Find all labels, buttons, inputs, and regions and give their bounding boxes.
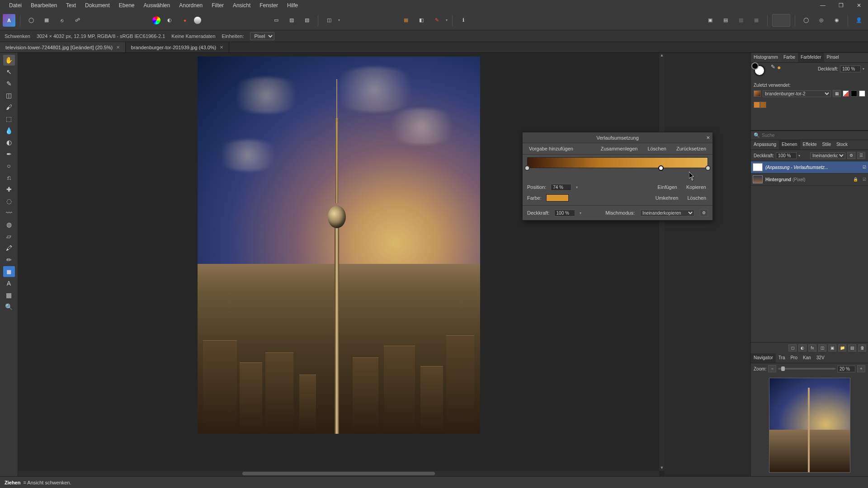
dialog-titlebar[interactable]: Verlaufsumsetzung × bbox=[523, 132, 712, 143]
info-icon[interactable]: ℹ bbox=[457, 14, 470, 27]
swatch-orange[interactable] bbox=[754, 102, 760, 108]
sponge-tool[interactable]: ◍ bbox=[3, 219, 15, 230]
tab-tra[interactable]: Tra bbox=[776, 353, 788, 363]
layer-item-adjustment[interactable]: (Anpassung - Verlaufsumsetz... ☑ bbox=[751, 161, 868, 174]
dodge-tool[interactable]: ○ bbox=[3, 160, 15, 171]
units-dropdown[interactable]: Pixel bbox=[250, 32, 274, 40]
reset-button[interactable]: Zurücksetzen bbox=[675, 145, 708, 152]
menu-auswaehlen[interactable]: Auswählen bbox=[139, 0, 175, 10]
swatch-dot-icon[interactable]: ● bbox=[777, 64, 781, 71]
layer-item-background[interactable]: Hintergrund (Pixel) 🔒 ☑ bbox=[751, 174, 868, 186]
close-tab-icon[interactable]: × bbox=[116, 44, 120, 51]
menu-text[interactable]: Text bbox=[61, 0, 80, 10]
adjustment-color-icon[interactable]: ● bbox=[179, 14, 191, 27]
menu-anordnen[interactable]: Anordnen bbox=[175, 0, 207, 10]
gradient-stop-74[interactable] bbox=[658, 165, 664, 171]
position-value[interactable]: 74 % bbox=[551, 184, 571, 191]
zoom-value[interactable]: 20 % bbox=[837, 366, 855, 372]
copy-button[interactable]: Kopieren bbox=[684, 183, 708, 191]
stack-icon[interactable]: ▣ bbox=[704, 14, 717, 27]
horizontal-scrollbar[interactable] bbox=[18, 471, 659, 476]
crop-icon[interactable]: ◫ bbox=[323, 14, 335, 27]
adjustment-gradient-icon[interactable] bbox=[194, 17, 201, 24]
maximize-button[interactable]: ❐ bbox=[832, 0, 850, 10]
close-tab-icon[interactable]: × bbox=[220, 44, 223, 51]
menu-dokument[interactable]: Dokument bbox=[80, 0, 114, 10]
color-picker-tool[interactable]: ✎ bbox=[3, 78, 15, 89]
crop-layer-icon[interactable]: ◫ bbox=[818, 344, 826, 352]
gradient-editor[interactable] bbox=[527, 157, 708, 179]
document-tab-2[interactable]: brandenburger-tor-201939.jpg (43.0%) × bbox=[126, 42, 229, 52]
dialog-opacity-value[interactable]: 100 % bbox=[554, 210, 575, 216]
persona-export-icon[interactable]: ☍ bbox=[71, 14, 84, 27]
menu-ansicht[interactable]: Ansicht bbox=[228, 0, 255, 10]
pencil-tool[interactable]: ✏ bbox=[3, 254, 15, 265]
navigator-preview[interactable] bbox=[769, 378, 850, 473]
chevron-down-icon[interactable]: ▾ bbox=[580, 211, 581, 215]
menu-ebene[interactable]: Ebene bbox=[114, 0, 139, 10]
add-layer-icon[interactable]: ▤ bbox=[848, 344, 856, 352]
mask-icon[interactable]: ◻ bbox=[788, 344, 797, 352]
gradient-stop-0[interactable] bbox=[524, 165, 530, 171]
menu-fenster[interactable]: Fenster bbox=[255, 0, 283, 10]
chevron-down-icon[interactable]: ▾ bbox=[576, 185, 578, 189]
tab-navigator[interactable]: Navigator bbox=[751, 353, 776, 363]
swatch-brown[interactable] bbox=[760, 102, 766, 108]
delete-stop-button[interactable]: Löschen bbox=[685, 194, 708, 202]
tab-pro[interactable]: Pro bbox=[788, 353, 800, 363]
chevron-down-icon[interactable]: ▾ bbox=[798, 154, 800, 158]
gear-icon[interactable]: ⚙ bbox=[700, 209, 708, 216]
clone-tool[interactable]: ⎌ bbox=[3, 172, 15, 183]
flood-tool[interactable]: 💧 bbox=[3, 125, 15, 136]
preset-swatch-3[interactable] bbox=[859, 90, 865, 97]
eyedropper-icon[interactable]: ✎ bbox=[771, 64, 775, 71]
preset-grid-icon[interactable]: ▦ bbox=[833, 90, 841, 97]
tab-pinsel[interactable]: Pinsel bbox=[824, 53, 842, 62]
search-input[interactable] bbox=[762, 133, 865, 138]
menu-icon[interactable]: ☰ bbox=[857, 152, 865, 159]
gradient-map-dialog[interactable]: Verlaufsumsetzung × Vorgabe hinzufügen Z… bbox=[522, 132, 713, 221]
menu-datei[interactable]: Datei bbox=[5, 0, 26, 10]
invert-button[interactable]: Umkehren bbox=[654, 194, 680, 202]
menu-filter[interactable]: Filter bbox=[207, 0, 228, 10]
stack-add-icon[interactable]: ▤ bbox=[719, 14, 732, 27]
blend-mode-dropdown[interactable]: Ineinanderkopieren bbox=[640, 210, 694, 216]
tab-farbe[interactable]: Farbe bbox=[781, 53, 798, 62]
canvas-viewport[interactable] bbox=[18, 53, 659, 471]
grid-icon[interactable]: ▦ bbox=[400, 14, 412, 27]
lock-icon[interactable]: 🔒 bbox=[853, 177, 858, 182]
app-logo-icon[interactable]: A bbox=[3, 14, 15, 27]
delete-button[interactable]: Löschen bbox=[646, 145, 668, 152]
visibility-checkbox[interactable]: ☑ bbox=[863, 177, 866, 182]
pencil-tool-icon[interactable]: ✎ bbox=[430, 14, 443, 27]
crop-tool[interactable]: ◫ bbox=[3, 90, 15, 101]
selection-auto-icon[interactable]: ▧ bbox=[301, 14, 313, 27]
adjust-icon[interactable]: ◐ bbox=[798, 344, 807, 352]
chevron-down-icon[interactable]: ▾ bbox=[863, 67, 864, 71]
merge-button[interactable]: Zusammenlegen bbox=[599, 145, 639, 152]
zoom-out-icon[interactable]: − bbox=[768, 365, 776, 372]
dropdown-empty[interactable] bbox=[772, 14, 790, 27]
gear-icon[interactable]: ⚙ bbox=[847, 152, 855, 159]
tab-ebenen[interactable]: Ebenen bbox=[779, 140, 800, 150]
tab-stile[interactable]: Stile bbox=[819, 140, 833, 150]
preset-swatch-2[interactable] bbox=[851, 90, 857, 97]
pen-tool[interactable]: ✒ bbox=[3, 149, 15, 160]
close-button[interactable]: ✕ bbox=[850, 0, 868, 10]
layer-opacity-value[interactable]: 100 % bbox=[776, 152, 797, 159]
zoom-in-icon[interactable]: + bbox=[857, 365, 865, 372]
blur-tool[interactable]: ◌ bbox=[3, 196, 15, 206]
tab-effekte[interactable]: Effekte bbox=[800, 140, 820, 150]
insert-button[interactable]: Einfügen bbox=[656, 183, 679, 191]
visibility-checkbox[interactable]: ☑ bbox=[863, 165, 866, 169]
mask-globe-icon[interactable]: ◉ bbox=[830, 14, 843, 27]
shape-tool[interactable]: ◼ bbox=[3, 266, 15, 277]
persona-liquify-icon[interactable]: ▦ bbox=[40, 14, 53, 27]
menu-bearbeiten[interactable]: Bearbeiten bbox=[26, 0, 61, 10]
dialog-close-icon[interactable]: × bbox=[706, 134, 710, 141]
add-preset-button[interactable]: Vorgabe hinzufügen bbox=[527, 145, 575, 152]
adjustment-bw-icon[interactable]: ◐ bbox=[163, 14, 176, 27]
vertical-scrollbar[interactable]: ▲ ▼ bbox=[659, 53, 665, 471]
menu-hilfe[interactable]: Hilfe bbox=[283, 0, 302, 10]
fx-icon[interactable]: fx bbox=[808, 344, 816, 352]
